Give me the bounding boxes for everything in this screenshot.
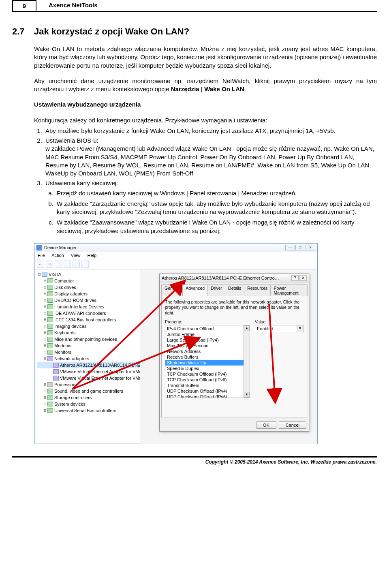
tree-row[interactable]: ⊞Disk drives xyxy=(37,284,140,291)
menu-file[interactable]: File xyxy=(38,253,45,258)
requirements-list: Aby możliwe było korzystanie z funkcji W… xyxy=(34,127,377,235)
tab-driver[interactable]: Driver xyxy=(207,284,225,296)
value-dropdown[interactable]: Enabled ▼ xyxy=(255,325,304,332)
property-item[interactable]: Transmit Buffers xyxy=(165,383,250,388)
tree-row[interactable]: ⊞Mice and other pointing devices xyxy=(37,336,140,342)
property-item[interactable]: Shutdown Wake Up xyxy=(165,360,250,366)
toolbar-button-5[interactable] xyxy=(73,261,80,268)
header-product: Axence NetTools xyxy=(36,0,98,11)
property-item[interactable]: Max IRQ per Second xyxy=(165,343,250,349)
tree-row[interactable]: Atheros AR8121/AR8113/AR8114 PCI-E Ether xyxy=(37,362,140,368)
tree-row[interactable]: ⊞Processors xyxy=(37,381,140,388)
scroll-down-button[interactable]: ▼ xyxy=(244,392,250,398)
tree-row[interactable]: ⊞Modems xyxy=(37,342,140,349)
req3-head: Ustawienia karty sieciowej: xyxy=(45,180,118,186)
dm-toolbar xyxy=(34,259,317,269)
tree-row[interactable]: ⊞Universal Serial Bus controllers xyxy=(37,407,140,414)
property-item[interactable]: Speed & Duplex xyxy=(165,366,250,371)
tree-row[interactable]: ⊟VISTA xyxy=(37,271,140,278)
tree-row[interactable]: ⊞Storage controllers xyxy=(37,394,140,401)
property-listbox[interactable]: IPv4 Checksum OffloadJumbo FrameLarge Se… xyxy=(165,325,250,398)
req2-head: Ustawienia BIOS-u: xyxy=(45,137,98,144)
tree-row[interactable]: ⊞Monitors xyxy=(37,349,140,355)
section-number: 2.7 xyxy=(12,26,34,37)
property-item[interactable]: TCP Checksum Offload (IPv6) xyxy=(165,377,250,383)
tree-row[interactable]: ⊞DVD/CD-ROM drives xyxy=(37,297,140,304)
page-number: 9 xyxy=(12,0,36,11)
nic-step-c: W zakładce "Zaawansowane" włącz wybudzan… xyxy=(55,218,377,235)
minimize-button[interactable]: — xyxy=(285,245,295,250)
forward-button[interactable] xyxy=(46,261,53,268)
toolbar-button-3[interactable] xyxy=(55,261,62,268)
req2-body: w zakładce Power (Management) lub Advanc… xyxy=(45,145,374,177)
scroll-up-button[interactable]: ▲ xyxy=(244,325,250,331)
tab-power-management[interactable]: Power Management xyxy=(270,284,308,296)
section-heading: 2.7 Jak korzystać z opcji Wake On LAN? xyxy=(12,26,377,37)
prop-title: Atheros AR8121/AR8113/AR8114 PCI-E Ether… xyxy=(162,276,279,280)
property-item[interactable]: Large Send Offload (IPv4) xyxy=(165,337,250,343)
help-button[interactable]: ? xyxy=(291,275,299,281)
req-item-2: Ustawienia BIOS-u: w zakładce Power (Man… xyxy=(44,137,377,177)
page-footer: Copyright © 2005-2014 Axence Software, I… xyxy=(12,456,377,465)
list-intro: Konfiguracja zależy od konkretnego urząd… xyxy=(34,116,377,124)
nic-sublist: Przejdź do ustawień karty sieciowej w Wi… xyxy=(45,189,377,235)
dm-title-icon xyxy=(36,245,42,250)
tree-row[interactable]: ⊞Human Interface Devices xyxy=(37,304,140,310)
menu-help[interactable]: Help xyxy=(88,253,97,258)
chevron-down-icon[interactable]: ▼ xyxy=(297,325,303,332)
prop-close-button[interactable]: ✕ xyxy=(299,275,307,281)
property-item[interactable]: UDP Checksum Offload (IPv4) xyxy=(165,388,250,394)
device-tree[interactable]: ⊟VISTA⊞Computer⊞Disk drives⊞Display adap… xyxy=(34,269,140,444)
intro-paragraph-2: Aby uruchomić dane urządzenie monitorowa… xyxy=(34,77,377,94)
tab-advanced[interactable]: Advanced xyxy=(182,284,208,296)
tree-row[interactable]: ⊟Network adapters xyxy=(37,355,140,362)
dm-titlebar: Device Manager — □ ✕ xyxy=(34,244,317,252)
menu-view[interactable]: View xyxy=(71,253,81,258)
tree-row[interactable]: ⊞Sound, video and game controllers xyxy=(37,388,140,394)
tree-row[interactable]: ⊞IEEE 1394 Bus host controllers xyxy=(37,316,140,323)
p2-bold: Narzędzia | Wake On LAN xyxy=(171,86,244,92)
tab-resources[interactable]: Resources xyxy=(244,284,271,296)
screenshot-figure: Device Manager — □ ✕ File Action View He… xyxy=(34,243,377,444)
property-item[interactable]: UDP Checksum Offload (IPv6) xyxy=(165,394,250,398)
tree-row[interactable]: ⊞Display adapters xyxy=(37,291,140,297)
tree-row[interactable]: VMware Virtual Ethernet Adapter for VMne… xyxy=(37,368,140,375)
property-item[interactable]: Receive Buffers xyxy=(165,354,250,360)
tab-description: The following properties are available f… xyxy=(165,299,304,316)
property-label: Property: xyxy=(165,319,250,324)
menu-action[interactable]: Action xyxy=(51,253,64,258)
tree-row[interactable]: ⊞System devices xyxy=(37,401,140,407)
maximize-button[interactable]: □ xyxy=(295,245,305,250)
tree-row[interactable]: ⊞Imaging devices xyxy=(37,323,140,329)
dm-menubar: File Action View Help xyxy=(34,252,317,259)
page-header: 9 Axence NetTools xyxy=(12,0,377,12)
p2-part-c: . xyxy=(244,86,246,92)
property-item[interactable]: Network Address xyxy=(165,349,250,354)
device-manager-window: Device Manager — □ ✕ File Action View He… xyxy=(34,243,318,444)
cancel-button[interactable]: Cancel xyxy=(279,421,306,429)
nic-step-b: W zakładce "Zarządzanie energią" ustaw o… xyxy=(55,200,377,216)
listbox-scrollbar[interactable]: ▲ ▼ xyxy=(244,325,250,398)
tab-general[interactable]: General xyxy=(161,284,183,296)
intro-paragraph-1: Wake On LAN to metoda zdalnego włączania… xyxy=(34,45,377,70)
tree-row[interactable]: ⊞Keyboards xyxy=(37,329,140,336)
property-item[interactable]: Jumbo Frame xyxy=(165,331,250,337)
properties-dialog: Atheros AR8121/AR8113/AR8114 PCI-E Ether… xyxy=(159,274,309,432)
subheading-device-settings: Ustawienia wybudzanego urządzenia xyxy=(34,100,377,109)
value-label: Value: xyxy=(255,319,304,324)
tree-row[interactable]: ⊞IDE ATA/ATAPI controllers xyxy=(37,310,140,316)
tree-row[interactable]: ⊞Computer xyxy=(37,278,140,284)
prop-titlebar: Atheros AR8121/AR8113/AR8114 PCI-E Ether… xyxy=(160,274,309,282)
tabs-row: General Advanced Driver Details Resource… xyxy=(160,282,309,296)
close-button[interactable]: ✕ xyxy=(306,245,315,250)
toolbar-button-6[interactable] xyxy=(81,261,89,268)
ok-button[interactable]: OK xyxy=(256,421,276,429)
property-item[interactable]: IPv4 Checksum Offload xyxy=(165,326,250,331)
tree-row[interactable]: VMware Virtual Ethernet Adapter for VMne… xyxy=(37,375,140,381)
req-item-3: Ustawienia karty sieciowej: Przejdź do u… xyxy=(44,179,377,235)
back-button[interactable] xyxy=(37,261,44,268)
tab-details[interactable]: Details xyxy=(225,284,244,296)
section-title: Jak korzystać z opcji Wake On LAN? xyxy=(34,26,189,37)
property-item[interactable]: TCP Checksum Offload (IPv4) xyxy=(165,371,250,377)
toolbar-button-4[interactable] xyxy=(64,261,71,268)
